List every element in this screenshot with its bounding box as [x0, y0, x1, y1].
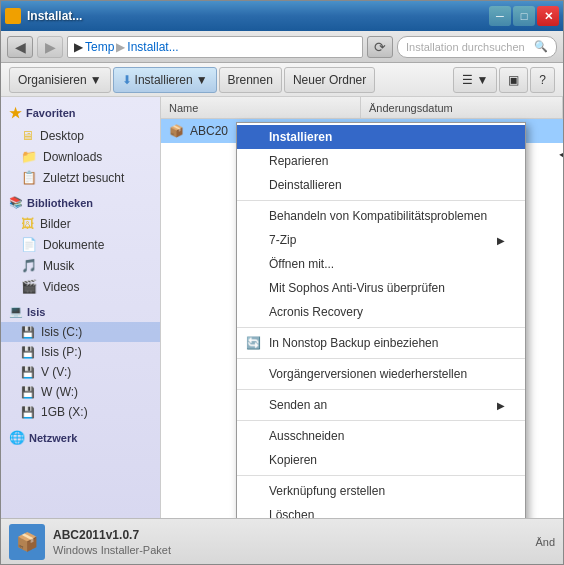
breadcrumb-installat[interactable]: Installat...: [127, 40, 178, 54]
isis-section: 💻 Isis 💾 Isis (C:) 💾 Isis (P:) 💾 V (V:) …: [1, 301, 160, 422]
statusbar-type: Windows Installer-Paket: [53, 544, 171, 556]
sidebar-item-isis-c[interactable]: 💾 Isis (C:): [1, 322, 160, 342]
statusbar-name: ABC2011v1.0.7: [53, 528, 171, 542]
ctx-item-ausschneiden[interactable]: Ausschneiden: [237, 424, 525, 448]
recent-icon: 📋: [21, 170, 37, 185]
ctx-deinstallieren-label: Deinstallieren: [269, 178, 342, 192]
breadcrumb-temp[interactable]: Temp: [85, 40, 114, 54]
downloads-label: Downloads: [43, 150, 102, 164]
ctx-item-sophos[interactable]: Mit Sophos Anti-Virus überprüfen: [237, 276, 525, 300]
ctx-sep-1: [237, 200, 525, 201]
isis-c-icon: 💾: [21, 326, 35, 339]
libraries-section: 📚 Bibliotheken 🖼 Bilder 📄 Dokumente 🎵 Mu…: [1, 192, 160, 297]
desktop-icon: 🖥: [21, 128, 34, 143]
sidebar-item-isis-p[interactable]: 💾 Isis (P:): [1, 342, 160, 362]
toolbar: Organisieren ▼ ⬇ Installieren ▼ Brennen …: [1, 63, 563, 97]
sidebar-item-1gb[interactable]: 💾 1GB (X:): [1, 402, 160, 422]
ctx-item-reparieren[interactable]: Reparieren: [237, 149, 525, 173]
titlebar-title: Installat...: [25, 9, 485, 23]
col-header-date[interactable]: Änderungsdatum: [361, 97, 563, 118]
music-icon: 🎵: [21, 258, 37, 273]
ctx-item-acronis[interactable]: Acronis Recovery: [237, 300, 525, 324]
ctx-7zip-label: 7-Zip: [269, 233, 296, 247]
ctx-item-kopieren[interactable]: Kopieren: [237, 448, 525, 472]
ctx-item-oeffnen-mit[interactable]: Öffnen mit...: [237, 252, 525, 276]
ctx-item-loeschen[interactable]: Löschen: [237, 503, 525, 518]
ctx-installieren-label: Installieren: [269, 130, 332, 144]
ctx-sep-6: [237, 475, 525, 476]
new-folder-button[interactable]: Neuer Ordner: [284, 67, 375, 93]
minimize-button[interactable]: ─: [489, 6, 511, 26]
network-label: Netzwerk: [29, 432, 77, 444]
install-label: Installieren: [135, 73, 193, 87]
sidebar-item-w[interactable]: 💾 W (W:): [1, 382, 160, 402]
sidebar-item-desktop[interactable]: 🖥 Desktop: [1, 125, 160, 146]
downloads-icon: 📁: [21, 149, 37, 164]
maximize-button[interactable]: □: [513, 6, 535, 26]
help-button[interactable]: ?: [530, 67, 555, 93]
back-button[interactable]: ◀: [7, 36, 33, 58]
ctx-item-deinstallieren[interactable]: Deinstallieren: [237, 173, 525, 197]
search-icon[interactable]: 🔍: [534, 40, 548, 53]
isis-c-label: Isis (C:): [41, 325, 82, 339]
videos-icon: 🎬: [21, 279, 37, 294]
isis-p-icon: 💾: [21, 346, 35, 359]
ctx-vorgaenger-label: Vorgängerversionen wiederherstellen: [269, 367, 467, 381]
ctx-acronis-label: Acronis Recovery: [269, 305, 363, 319]
ctx-item-vorgaenger[interactable]: Vorgängerversionen wiederherstellen: [237, 362, 525, 386]
toolbar-view-buttons: ☰ ▼ ▣ ?: [453, 67, 555, 93]
sidebar-item-music[interactable]: 🎵 Musik: [1, 255, 160, 276]
ctx-sep-2: [237, 327, 525, 328]
network-icon: 🌐: [9, 430, 25, 445]
pane-button[interactable]: ▣: [499, 67, 528, 93]
ctx-item-kompatibilitaet[interactable]: Behandeln von Kompatibilitätsproblemen: [237, 204, 525, 228]
sidebar-item-downloads[interactable]: 📁 Downloads: [1, 146, 160, 167]
ctx-item-installieren[interactable]: Installieren: [237, 125, 525, 149]
burn-label: Brennen: [228, 73, 273, 87]
close-button[interactable]: ✕: [537, 6, 559, 26]
statusbar: 📦 ABC2011v1.0.7 Windows Installer-Paket …: [1, 518, 563, 564]
ctx-item-verknuepfung[interactable]: Verknüpfung erstellen: [237, 479, 525, 503]
ctx-sep-3: [237, 358, 525, 359]
titlebar-buttons: ─ □ ✕: [489, 6, 559, 26]
organize-arrow: ▼: [90, 73, 102, 87]
search-bar[interactable]: Installation durchsuchen 🔍: [397, 36, 557, 58]
titlebar-icon: [5, 8, 21, 24]
forward-button[interactable]: ▶: [37, 36, 63, 58]
breadcrumb[interactable]: ▶ Temp ▶ Installat...: [67, 36, 363, 58]
desktop-label: Desktop: [40, 129, 84, 143]
sidebar-item-videos[interactable]: 🎬 Videos: [1, 276, 160, 297]
file-area: Name Änderungsdatum 📦 ABC20 Installieren…: [161, 97, 563, 518]
ctx-reparieren-label: Reparieren: [269, 154, 328, 168]
context-menu: Installieren Reparieren Deinstallieren B…: [236, 122, 526, 518]
breadcrumb-sep1: ▶: [116, 40, 125, 54]
titlebar: Installat... ─ □ ✕: [1, 1, 563, 31]
sidebar-item-recent[interactable]: 📋 Zuletzt besucht: [1, 167, 160, 188]
col-header-name[interactable]: Name: [161, 97, 361, 118]
ctx-loeschen-label: Löschen: [269, 508, 314, 518]
refresh-button[interactable]: ⟳: [367, 36, 393, 58]
ctx-nonstop-icon: 🔄: [245, 335, 261, 351]
ctx-item-7zip[interactable]: 7-Zip ▶: [237, 228, 525, 252]
organize-button[interactable]: Organisieren ▼: [9, 67, 111, 93]
ctx-senden-an-arrow: ▶: [497, 400, 505, 411]
ctx-item-nonstop[interactable]: 🔄 In Nonstop Backup einbeziehen: [237, 331, 525, 355]
isis-label: Isis: [27, 306, 45, 318]
libraries-label: Bibliotheken: [27, 197, 93, 209]
isis-header: 💻 Isis: [1, 301, 160, 322]
burn-button[interactable]: Brennen: [219, 67, 282, 93]
favorites-section: ★ Favoriten 🖥 Desktop 📁 Downloads 📋 Zule…: [1, 101, 160, 188]
favorites-header: ★ Favoriten: [1, 101, 160, 125]
view-button[interactable]: ☰ ▼: [453, 67, 497, 93]
v-icon: 💾: [21, 366, 35, 379]
statusbar-date: Änd: [535, 536, 555, 548]
sidebar-item-documents[interactable]: 📄 Dokumente: [1, 234, 160, 255]
videos-label: Videos: [43, 280, 79, 294]
install-button[interactable]: ⬇ Installieren ▼: [113, 67, 217, 93]
ctx-item-senden-an[interactable]: Senden an ▶: [237, 393, 525, 417]
ctx-sophos-label: Mit Sophos Anti-Virus überprüfen: [269, 281, 445, 295]
sidebar-item-pictures[interactable]: 🖼 Bilder: [1, 213, 160, 234]
addressbar: ◀ ▶ ▶ Temp ▶ Installat... ⟳ Installation…: [1, 31, 563, 63]
w-icon: 💾: [21, 386, 35, 399]
sidebar-item-v[interactable]: 💾 V (V:): [1, 362, 160, 382]
